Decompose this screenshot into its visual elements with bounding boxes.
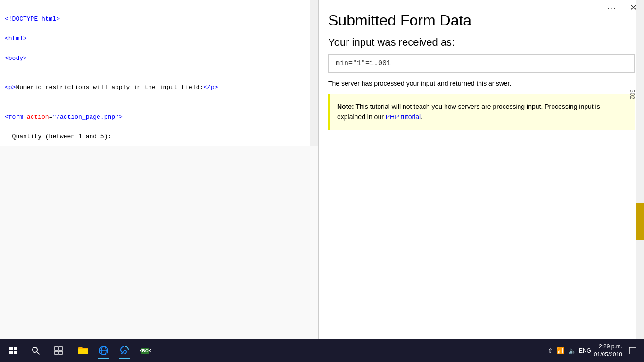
search-button[interactable]: [26, 341, 45, 360]
note-box: Note: This tutorial will not teach you h…: [328, 94, 635, 130]
result-box: min="1"=1.001: [328, 54, 635, 73]
code-line-1: <!DOCTYPE html>: [5, 15, 313, 25]
network-icon: 📶: [556, 347, 564, 354]
svg-rect-6: [78, 348, 88, 354]
file-explorer-app[interactable]: [74, 341, 92, 360]
right-scrollbar[interactable]: [636, 0, 644, 339]
code-section: <!DOCTYPE html> <html> <body> <p>Numeric…: [0, 0, 318, 146]
search-icon: [32, 346, 40, 355]
edge-browser-app[interactable]: [115, 341, 134, 360]
note-end: .: [421, 113, 422, 121]
svg-rect-2: [55, 347, 58, 350]
show-hidden-icons[interactable]: ⇧: [548, 347, 553, 354]
svg-rect-3: [59, 347, 62, 350]
result-value: min="1"=1.001: [336, 59, 391, 67]
xbox-icon: XBOX: [140, 345, 151, 356]
ie-browser-app[interactable]: [94, 341, 113, 360]
language-indicator: ENG: [579, 347, 591, 354]
start-button[interactable]: [4, 341, 23, 360]
windows-icon: [9, 347, 17, 354]
more-options-button[interactable]: ···: [601, 0, 622, 15]
right-panel: ··· ✕ Submitted Form Data Your input was…: [319, 0, 644, 339]
left-panel: <!DOCTYPE html> <html> <body> <p>Numeric…: [0, 0, 318, 339]
code-line-2: <html>: [5, 34, 313, 44]
svg-point-0: [33, 347, 37, 352]
file-explorer-icon: [77, 345, 89, 356]
taskbar-clock: 2:29 p.m. 01/05/2018: [594, 343, 622, 359]
svg-line-1: [37, 352, 40, 354]
code-line-3: <body>: [5, 54, 313, 64]
xbox-app[interactable]: XBOX: [136, 341, 155, 360]
taskbar-apps: XBOX: [74, 341, 155, 360]
edge-browser-icon: [119, 345, 130, 356]
note-label: Note:: [337, 103, 354, 110]
svg-rect-5: [59, 351, 62, 354]
volume-icon[interactable]: 🔈: [568, 347, 576, 354]
code-display: <!DOCTYPE html> <html> <body> <p>Numeric…: [0, 0, 318, 146]
scrollbar-thumb[interactable]: [636, 203, 644, 240]
page-number: 502: [629, 90, 636, 99]
and-text-1: and: [86, 133, 97, 140]
right-content: Submitted Form Data Your input was recei…: [319, 0, 644, 139]
php-tutorial-link[interactable]: PHP tutorial: [386, 113, 421, 121]
task-view-button[interactable]: [49, 341, 68, 360]
svg-rect-12: [629, 347, 636, 354]
note-text: This tutorial will not teach you how ser…: [337, 103, 600, 121]
code-line-5: <p>Numeric restrictions will apply in th…: [5, 83, 313, 93]
taskbar-right: ⇧ 📶 🔈 ENG 2:29 p.m. 01/05/2018: [548, 343, 640, 359]
code-line-8: Quantity (between 1 and 5):: [5, 132, 313, 142]
notification-center-button[interactable]: [625, 343, 640, 358]
system-icons: ⇧ 📶 🔈: [548, 347, 576, 354]
svg-text:XBOX: XBOX: [140, 348, 151, 353]
server-text: The server has processed your input and …: [328, 80, 635, 87]
ie-browser-icon: [98, 345, 109, 356]
svg-rect-4: [55, 351, 58, 354]
page-title: Submitted Form Data: [328, 12, 635, 29]
code-line-7: <form action="/action_page.php">: [5, 113, 313, 123]
ad-section: [0, 146, 318, 339]
notification-icon: [629, 347, 636, 354]
taskbar-time-display: 2:29 p.m.: [594, 343, 622, 351]
top-bar: ··· ✕: [601, 0, 644, 15]
main-content: <!DOCTYPE html> <html> <body> <p>Numeric…: [0, 0, 644, 339]
left-scrollbar[interactable]: [310, 0, 318, 146]
received-subtitle: Your input was received as:: [328, 36, 635, 49]
taskbar-date-display: 01/05/2018: [594, 351, 622, 359]
close-button[interactable]: ✕: [622, 0, 644, 15]
taskbar: XBOX ⇧ 📶 🔈 ENG 2:29 p.m. 01/05/2018: [0, 339, 644, 362]
task-view-icon: [54, 346, 63, 355]
